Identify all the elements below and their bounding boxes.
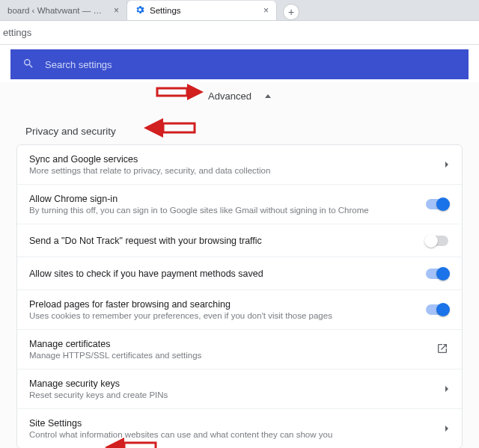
row-sub: Reset security keys and create PINs xyxy=(29,390,438,399)
toggle-allow-signin[interactable] xyxy=(426,199,448,209)
search-wrap xyxy=(0,45,479,79)
row-do-not-track[interactable]: Send a "Do Not Track" request with your … xyxy=(17,224,462,257)
tab-settings[interactable]: Settings × xyxy=(127,1,277,20)
row-text: Manage security keys Reset security keys… xyxy=(29,378,438,399)
row-title: Allow sites to check if you have payment… xyxy=(29,269,418,279)
row-text: Sync and Google services More settings t… xyxy=(29,154,438,175)
row-sub: Control what information websites can us… xyxy=(29,430,438,439)
row-text: Allow sites to check if you have payment… xyxy=(29,269,418,279)
row-text: Manage certificates Manage HTTPS/SSL cer… xyxy=(29,339,429,360)
row-title: Send a "Do Not Track" request with your … xyxy=(29,236,418,246)
row-payment-methods[interactable]: Allow sites to check if you have payment… xyxy=(17,257,462,289)
advanced-toggle[interactable]: Advanced xyxy=(0,82,479,109)
chevron-right-icon xyxy=(445,162,448,168)
row-title: Site Settings xyxy=(29,418,438,429)
section-title-privacy: Privacy and security xyxy=(0,109,479,144)
row-text: Allow Chrome sign-in By turning this off… xyxy=(29,194,418,215)
row-text: Site Settings Control what information w… xyxy=(29,418,438,439)
tab-strip: board ‹ Whatvwant — Word × Settings × + xyxy=(0,0,479,21)
row-sub: Uses cookies to remember your preference… xyxy=(29,311,418,320)
tab-title: Settings xyxy=(150,6,257,15)
row-title: Sync and Google services xyxy=(29,154,438,165)
new-tab-button[interactable]: + xyxy=(283,4,299,20)
row-title: Allow Chrome sign-in xyxy=(29,194,418,204)
chevron-up-icon xyxy=(265,94,271,98)
row-title: Manage certificates xyxy=(29,339,429,349)
close-icon[interactable]: × xyxy=(262,5,270,16)
chevron-right-icon xyxy=(445,426,448,432)
row-sub: More settings that relate to privacy, se… xyxy=(29,166,438,175)
row-sub: By turning this off, you can sign in to … xyxy=(29,206,418,215)
row-allow-chrome-signin[interactable]: Allow Chrome sign-in By turning this off… xyxy=(17,184,462,224)
page-title: ettings xyxy=(0,21,479,45)
gear-icon xyxy=(135,4,145,16)
toggle-payment-methods[interactable] xyxy=(426,269,448,279)
search-icon xyxy=(22,58,34,72)
row-text: Send a "Do Not Track" request with your … xyxy=(29,236,418,246)
tab-title: board ‹ Whatvwant — Word xyxy=(7,6,108,15)
row-manage-certificates[interactable]: Manage certificates Manage HTTPS/SSL cer… xyxy=(17,329,462,369)
row-preload-pages[interactable]: Preload pages for faster browsing and se… xyxy=(17,289,462,329)
chevron-right-icon xyxy=(445,386,448,392)
search-input[interactable] xyxy=(45,59,457,70)
external-link-icon xyxy=(436,343,448,357)
row-manage-security-keys[interactable]: Manage security keys Reset security keys… xyxy=(17,369,462,408)
toggle-preload[interactable] xyxy=(426,304,448,315)
row-sync-google-services[interactable]: Sync and Google services More settings t… xyxy=(17,145,462,184)
search-bar[interactable] xyxy=(10,49,469,79)
tab-whatvwant[interactable]: board ‹ Whatvwant — Word × xyxy=(0,1,127,20)
row-title: Manage security keys xyxy=(29,378,438,389)
advanced-label: Advanced xyxy=(208,90,251,102)
row-site-settings[interactable]: Site Settings Control what information w… xyxy=(17,408,462,448)
privacy-card: Sync and Google services More settings t… xyxy=(16,144,463,448)
row-title: Preload pages for faster browsing and se… xyxy=(29,299,418,310)
close-icon[interactable]: × xyxy=(112,5,120,16)
row-sub: Manage HTTPS/SSL certificates and settin… xyxy=(29,351,429,360)
toggle-do-not-track[interactable] xyxy=(426,236,448,246)
row-text: Preload pages for faster browsing and se… xyxy=(29,299,418,320)
